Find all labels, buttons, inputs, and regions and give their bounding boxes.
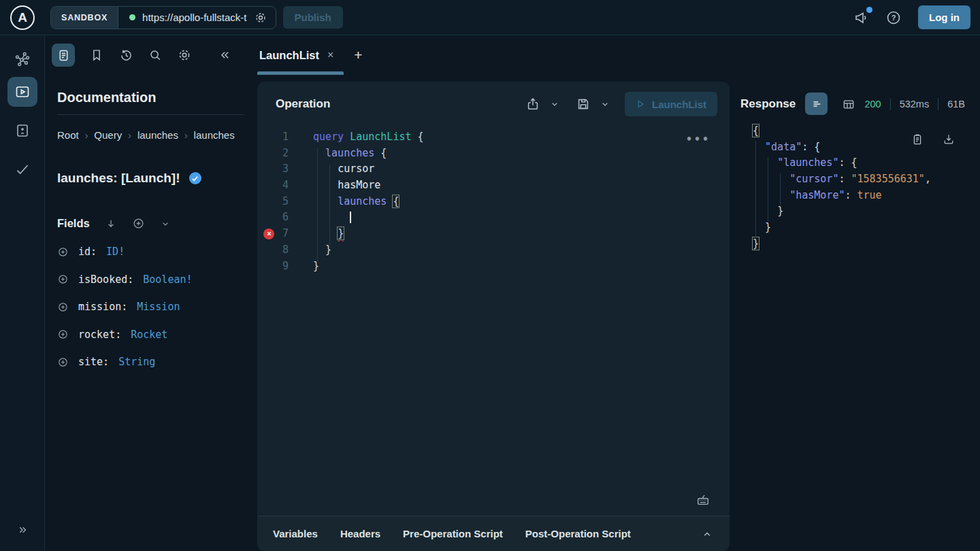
operation-header: Operation	[257, 82, 730, 127]
editor-line[interactable]: 5 launches {	[257, 194, 730, 210]
collapse-sidebar-icon[interactable]	[218, 48, 232, 62]
rail-item-checks[interactable]	[7, 154, 37, 184]
connection-settings-gear-icon[interactable]	[254, 11, 267, 24]
field-name[interactable]: id:	[78, 246, 97, 258]
operation-editor[interactable]: 1query LaunchList {2 launches {3 cursor4…	[257, 127, 730, 516]
apollo-logo[interactable]: A	[0, 5, 45, 30]
chevron-right-icon: ›	[85, 130, 88, 141]
chevron-down-icon[interactable]	[160, 218, 171, 229]
history-icon[interactable]	[118, 48, 133, 63]
add-field-icon[interactable]	[57, 246, 69, 258]
editor-line[interactable]: 7 }	[257, 226, 730, 242]
code-text: cursor	[313, 161, 374, 178]
save-icon[interactable]	[576, 97, 591, 112]
add-field-icon[interactable]	[57, 273, 69, 285]
footer-tab-pre-operation-script[interactable]: Pre-Operation Script	[403, 528, 503, 539]
field-name[interactable]: site:	[78, 356, 109, 368]
code-text: query LaunchList {	[313, 129, 424, 146]
operation-panel: Operation	[257, 82, 730, 551]
editor-line[interactable]: 8 }	[257, 242, 730, 258]
sort-arrow-down-icon[interactable]	[105, 218, 117, 230]
main-area: LaunchList × + Documentation Root›Query›…	[0, 35, 980, 551]
editor-line[interactable]: 6	[257, 210, 730, 226]
announcements-megaphone-icon[interactable]	[853, 10, 869, 26]
schema-graph-icon[interactable]	[14, 50, 31, 68]
verified-check-badge	[189, 172, 201, 184]
field-type[interactable]: Boolean!	[143, 273, 192, 286]
explorer-panel: LaunchList × + Documentation Root›Query›…	[45, 35, 980, 551]
editor-line[interactable]: 4 hasMore	[257, 178, 730, 194]
code-text: }	[753, 237, 759, 250]
field-type[interactable]: ID!	[106, 246, 125, 258]
tab-launchlist[interactable]: LaunchList × +	[259, 47, 363, 63]
search-icon[interactable]	[148, 48, 163, 63]
explorer-header: LaunchList × +	[45, 35, 980, 75]
share-icon[interactable]	[525, 97, 540, 112]
top-bar: A SANDBOX https://apollo-fullstack-t Pub…	[0, 0, 980, 35]
field-type[interactable]: Rocket	[131, 329, 167, 341]
code-text: }	[313, 242, 331, 258]
table-view-toggle[interactable]	[837, 93, 860, 115]
editor-line[interactable]: 9}	[257, 258, 730, 275]
line-number: 3	[268, 161, 289, 178]
footer-tab-variables[interactable]: Variables	[273, 528, 318, 539]
breadcrumb-item[interactable]: Root	[57, 129, 79, 141]
editor-line[interactable]: 1query LaunchList {	[257, 129, 730, 146]
response-json-line: }	[740, 236, 965, 252]
rail-item-changelog[interactable]	[7, 116, 37, 146]
status-code: 200	[864, 99, 881, 110]
help-icon[interactable]: ?	[885, 10, 902, 26]
endpoint-url[interactable]: https://apollo-fullstack-t	[142, 12, 246, 23]
rail-item-explorer[interactable]	[7, 77, 37, 107]
breadcrumb: Root›Query›launches›launches	[57, 126, 244, 145]
editor-line[interactable]: 2 launches {	[257, 146, 730, 162]
field-type[interactable]: String	[118, 356, 155, 368]
endpoint-url-segment[interactable]: https://apollo-fullstack-t	[118, 7, 275, 29]
field-name[interactable]: mission:	[78, 301, 127, 313]
footer-tab-headers[interactable]: Headers	[340, 528, 380, 539]
code-text: {	[753, 124, 759, 137]
bookmark-icon[interactable]	[89, 48, 104, 63]
line-number: 5	[268, 194, 289, 210]
response-json-line: }	[740, 220, 965, 236]
code-text: launches {	[313, 194, 399, 210]
tab-label[interactable]: LaunchList	[259, 49, 319, 62]
active-tab-underline	[257, 71, 344, 75]
collapse-footer-chevron-icon[interactable]	[701, 528, 713, 540]
new-tab-icon[interactable]: +	[354, 47, 362, 63]
fields-title: Fields	[57, 217, 90, 230]
editor-more-menu-icon[interactable]: •••	[686, 132, 710, 148]
text-cursor	[350, 212, 351, 223]
field-type[interactable]: Mission	[137, 301, 180, 313]
copy-response-icon[interactable]	[911, 133, 924, 146]
field-name[interactable]: isBooked:	[78, 273, 133, 286]
run-operation-button[interactable]: LaunchList	[625, 92, 717, 116]
chevron-down-icon[interactable]	[600, 99, 610, 110]
documentation-icon[interactable]	[52, 44, 75, 67]
footer-tab-post-operation-script[interactable]: Post-Operation Script	[525, 528, 631, 539]
field-name[interactable]: rocket:	[78, 329, 121, 341]
line-number: 2	[268, 146, 289, 162]
download-response-icon[interactable]	[942, 133, 956, 146]
settings-gear-icon[interactable]	[177, 48, 192, 63]
response-actions	[911, 133, 956, 146]
field-row: isBooked:Boolean!	[57, 266, 244, 294]
keyboard-shortcuts-icon[interactable]	[696, 492, 710, 507]
add-all-fields-icon[interactable]	[132, 217, 145, 230]
publish-button[interactable]: Publish	[283, 6, 343, 29]
breadcrumb-item[interactable]: launches	[137, 129, 178, 141]
fields-list: id:ID!isBooked:Boolean!mission:Missionro…	[57, 238, 244, 376]
expand-rail-button[interactable]	[0, 524, 45, 536]
chevron-down-icon[interactable]	[549, 99, 560, 110]
json-view-toggle[interactable]	[805, 93, 828, 115]
add-field-icon[interactable]	[57, 356, 69, 368]
response-header: Response 200 532ms 61B	[740, 93, 965, 115]
line-number: 6	[268, 210, 289, 226]
login-button[interactable]: Log in	[918, 5, 970, 29]
tab-close-icon[interactable]: ×	[326, 49, 335, 61]
add-field-icon[interactable]	[57, 329, 69, 340]
apollo-logo-mark: A	[10, 5, 35, 30]
add-field-icon[interactable]	[57, 301, 69, 313]
editor-line[interactable]: 3 cursor	[257, 161, 730, 178]
breadcrumb-item[interactable]: Query	[94, 129, 122, 141]
